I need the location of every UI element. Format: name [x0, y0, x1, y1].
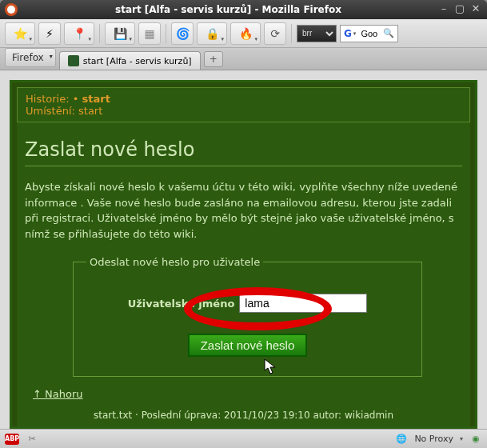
- toolbar-separator: [291, 24, 292, 43]
- toolbar-dashed-box-icon[interactable]: ▦: [138, 22, 161, 45]
- window-title: start [Alfa - servis kurzů] - Mozilla Fi…: [22, 4, 434, 15]
- status-globe-icon[interactable]: 🌐: [395, 433, 408, 446]
- browser-window: start [Alfa - servis kurzů] - Mozilla Fi…: [0, 0, 487, 448]
- username-input[interactable]: [239, 294, 367, 313]
- toolbar-pin-icon[interactable]: 📍: [64, 22, 94, 45]
- toolbar-lightning-icon[interactable]: ⚡: [38, 22, 61, 45]
- main-toolbar: ⭐ ⚡ 📍 💾 ▦ 🌀 🔒 🔥 ⟳ brr G ▾ 🔍: [0, 19, 487, 48]
- reload-button[interactable]: ⟳: [264, 22, 286, 45]
- location-label: Umístění:: [26, 105, 75, 117]
- toolbar-lock-icon[interactable]: 🔒: [197, 22, 227, 45]
- toolbar-fire-icon[interactable]: 🔥: [230, 22, 261, 45]
- maximize-button[interactable]: ▢: [453, 3, 466, 16]
- tab-favicon: [68, 55, 79, 66]
- toolbar-separator: [166, 24, 166, 43]
- history-bullet: •: [73, 93, 82, 105]
- toolbar-spiral-icon[interactable]: 🌀: [171, 22, 194, 45]
- page-heading: Zaslat nové heslo: [25, 138, 462, 166]
- search-input[interactable]: [357, 26, 381, 41]
- username-label: Uživatelské jméno: [128, 298, 235, 310]
- submit-button[interactable]: Zaslat nové heslo: [188, 334, 308, 357]
- toolbar-separator: [99, 24, 100, 43]
- adblock-icon[interactable]: ABP: [5, 434, 19, 445]
- save-button[interactable]: 💾: [105, 22, 135, 45]
- bookmark-star-button[interactable]: ⭐: [5, 22, 35, 45]
- firefox-app-icon: [5, 3, 18, 16]
- fieldset-legend: Odeslat nové heslo pro uživatele: [86, 256, 263, 268]
- search-engine-box[interactable]: G ▾ 🔍: [340, 25, 398, 42]
- toolbar-selector[interactable]: brr: [297, 25, 337, 42]
- firefox-menu-button[interactable]: Firefox: [5, 48, 56, 67]
- chevron-down-icon: ▾: [353, 30, 357, 37]
- minimize-button[interactable]: –: [437, 3, 450, 16]
- cursor-pointer-icon: [264, 358, 278, 376]
- tab-bar: Firefox start [Alfa - servis kurzů] +: [0, 48, 487, 70]
- tab-title: start [Alfa - servis kurzů]: [83, 56, 192, 66]
- instructions-text: Abyste získali nové heslo k vašemu účtu …: [25, 179, 462, 242]
- tab-active[interactable]: start [Alfa - servis kurzů]: [59, 51, 201, 70]
- status-scissors-icon[interactable]: ✂: [26, 433, 38, 446]
- reset-password-fieldset: Odeslat nové heslo pro uživatele Uživate…: [73, 256, 422, 377]
- back-to-top-link[interactable]: ↑ Nahoru: [33, 388, 83, 400]
- status-info-icon[interactable]: ◉: [469, 433, 482, 446]
- new-tab-button[interactable]: +: [204, 51, 223, 67]
- proxy-status[interactable]: No Proxy: [414, 434, 453, 444]
- history-label: Historie:: [26, 93, 70, 105]
- breadcrumb-box: Historie: • start Umístění: start: [17, 87, 470, 122]
- chevron-down-icon[interactable]: ▾: [460, 435, 463, 442]
- page-footer-meta: start.txt · Poslední úprava: 2011/10/23 …: [25, 410, 462, 421]
- location-value: start: [78, 105, 102, 117]
- wiki-page: Historie: • start Umístění: start Zaslat…: [10, 80, 477, 429]
- google-logo-icon: G: [344, 28, 352, 39]
- history-current-link[interactable]: start: [82, 93, 110, 105]
- content-viewport: Historie: • start Umístění: start Zaslat…: [0, 70, 487, 429]
- search-go-icon[interactable]: 🔍: [383, 28, 394, 38]
- close-button[interactable]: ✕: [469, 3, 482, 16]
- status-bar: ABP ✂ 🌐 No Proxy ▾ ◉: [0, 429, 487, 448]
- titlebar: start [Alfa - servis kurzů] - Mozilla Fi…: [0, 0, 487, 19]
